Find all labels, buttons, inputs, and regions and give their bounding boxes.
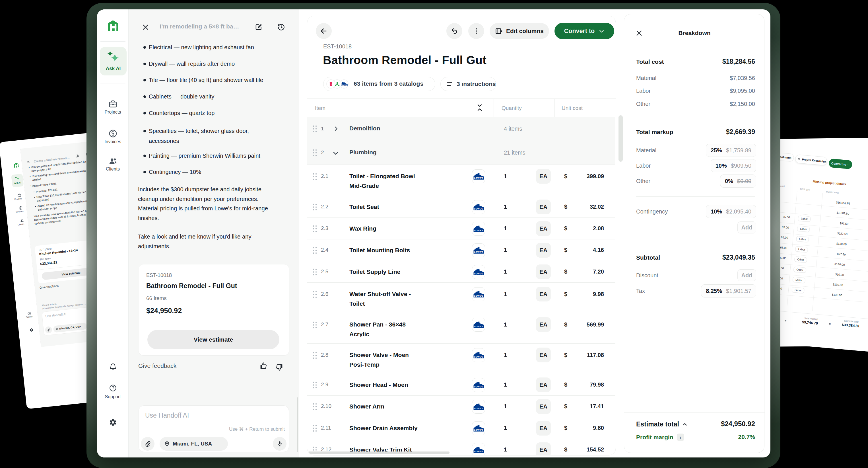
- svg-text:LOWE'S: LOWE'S: [474, 207, 483, 210]
- svg-text:LOWE'S: LOWE'S: [474, 295, 483, 297]
- svg-text:LOWE'S: LOWE'S: [474, 429, 483, 431]
- svg-text:LOWE'S: LOWE'S: [474, 251, 483, 253]
- svg-text:LOWE'S: LOWE'S: [474, 450, 483, 453]
- svg-text:LOWE'S: LOWE'S: [474, 407, 483, 410]
- svg-text:LOWE'S: LOWE'S: [474, 272, 483, 275]
- svg-text:LOWE'S: LOWE'S: [474, 229, 483, 232]
- svg-text:LOWE'S: LOWE'S: [341, 84, 347, 86]
- svg-text:LOWE'S: LOWE'S: [474, 325, 483, 328]
- svg-text:LOWE'S: LOWE'S: [474, 177, 483, 179]
- svg-text:LOWE'S: LOWE'S: [474, 356, 483, 358]
- svg-text:LOWE'S: LOWE'S: [474, 385, 483, 388]
